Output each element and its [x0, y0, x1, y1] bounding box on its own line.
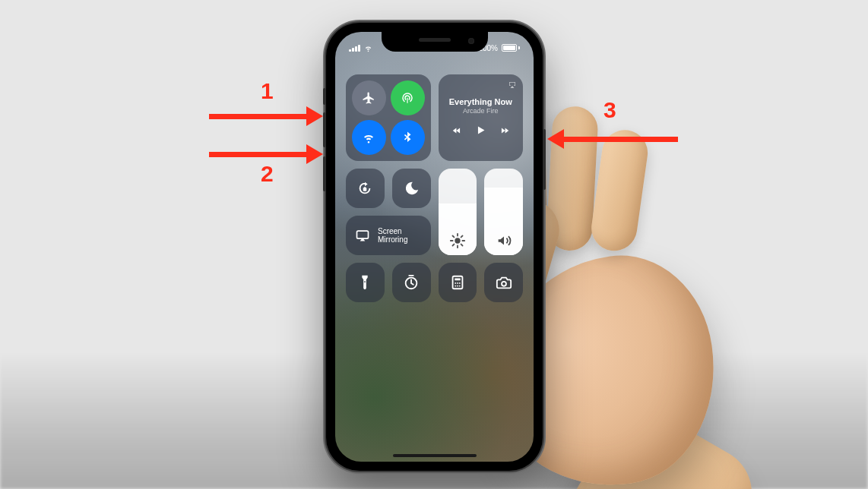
flashlight-icon: [356, 274, 373, 291]
svg-point-11: [502, 282, 506, 286]
volume-down-button[interactable]: [323, 156, 326, 191]
display-notch: [382, 32, 488, 52]
orientation-lock-icon: [356, 180, 373, 197]
svg-point-10: [459, 286, 461, 287]
mute-switch[interactable]: [323, 88, 326, 105]
bluetooth-toggle[interactable]: [391, 120, 425, 155]
media-play-button[interactable]: [474, 124, 487, 140]
flashlight-button[interactable]: [346, 263, 385, 302]
cellular-data-toggle[interactable]: [391, 80, 425, 115]
svg-point-5: [455, 282, 456, 284]
control-center: Everything Now Arcade Fire: [346, 74, 523, 302]
screen-mirroring-icon: [355, 228, 370, 243]
volume-slider[interactable]: [484, 169, 523, 255]
cellular-signal-icon: [349, 44, 360, 52]
media-track-title: Everything Now: [449, 97, 512, 107]
airplane-mode-toggle[interactable]: [352, 80, 386, 115]
screen-mirroring-button[interactable]: Screen Mirroring: [346, 216, 431, 255]
calculator-icon: [449, 274, 466, 291]
svg-point-8: [455, 286, 456, 287]
media-next-button[interactable]: [499, 125, 510, 139]
timer-button[interactable]: [392, 263, 431, 302]
timer-icon: [403, 274, 420, 291]
wifi-status-icon: [364, 44, 372, 52]
battery-icon: [502, 44, 520, 52]
do-not-disturb-toggle[interactable]: [392, 169, 431, 208]
volume-up-button[interactable]: [323, 112, 326, 147]
annotation-arrow-1: [209, 106, 323, 126]
media-prev-button[interactable]: [451, 125, 462, 139]
moon-icon: [403, 180, 420, 197]
wifi-toggle[interactable]: [352, 120, 386, 155]
camera-button[interactable]: [484, 263, 523, 302]
calculator-button[interactable]: [439, 263, 477, 302]
connectivity-tile[interactable]: [346, 74, 431, 161]
svg-rect-1: [357, 231, 369, 238]
phone-screen: 100%: [335, 32, 534, 462]
screen-mirroring-label: Screen Mirroring: [378, 227, 407, 244]
annotation-arrow-3: [547, 129, 678, 149]
annotation-number-3: 3: [603, 97, 616, 123]
svg-point-7: [459, 282, 461, 284]
airplane-icon: [362, 91, 375, 105]
home-indicator[interactable]: [393, 454, 477, 457]
media-controls-tile[interactable]: Everything Now Arcade Fire: [439, 74, 524, 161]
cellular-antenna-icon: [401, 91, 414, 105]
svg-point-9: [457, 286, 458, 287]
bluetooth-icon: [401, 131, 414, 144]
brightness-slider[interactable]: [439, 169, 477, 255]
volume-icon: [496, 232, 512, 249]
svg-point-0: [455, 238, 460, 243]
side-power-button[interactable]: [543, 129, 546, 190]
annotation-number-2: 2: [261, 161, 274, 187]
brightness-icon: [449, 232, 466, 249]
annotation-number-1: 1: [261, 78, 274, 104]
svg-point-6: [457, 282, 458, 284]
wifi-icon: [362, 131, 375, 144]
iphone-device: 100%: [326, 23, 543, 471]
airplay-icon[interactable]: [508, 79, 517, 93]
svg-rect-4: [455, 279, 460, 281]
media-track-artist: Arcade Fire: [463, 107, 499, 115]
orientation-lock-toggle[interactable]: [346, 169, 385, 208]
camera-icon: [496, 274, 512, 291]
